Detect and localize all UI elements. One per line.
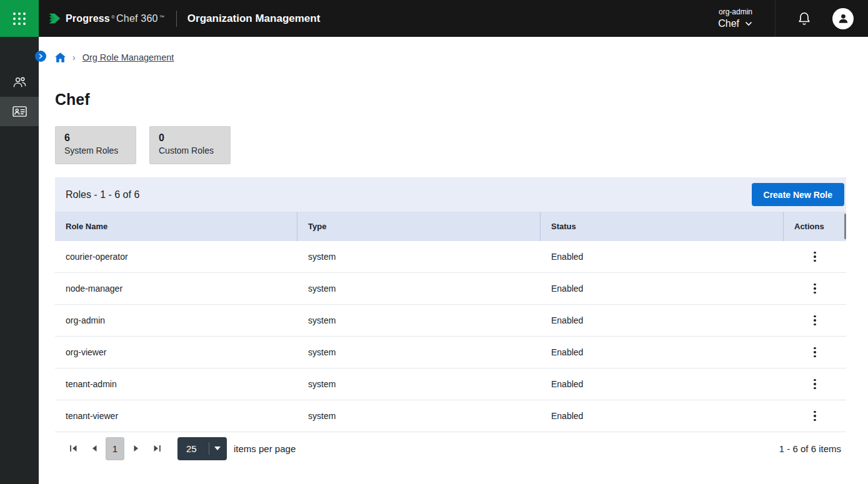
row-actions-menu-button[interactable] xyxy=(806,407,824,425)
system-roles-label: System Roles xyxy=(64,146,126,156)
column-header-role-name[interactable]: Role Name xyxy=(55,212,297,241)
previous-page-icon xyxy=(91,445,98,452)
org-name-label: Chef xyxy=(718,17,739,30)
custom-roles-label: Custom Roles xyxy=(159,146,221,156)
cell-role-name: tenant-viewer xyxy=(55,411,297,421)
progress-logo-icon xyxy=(48,12,61,25)
cell-actions xyxy=(784,407,846,425)
cell-type: system xyxy=(297,379,541,389)
row-actions-menu-button[interactable] xyxy=(806,312,824,329)
stat-cards: 6 System Roles 0 Custom Roles xyxy=(55,126,868,164)
custom-roles-count: 0 xyxy=(159,132,221,144)
main-content: › Org Role Management Chef 6 System Role… xyxy=(39,37,868,484)
page-size-value: 25 xyxy=(186,443,209,454)
next-page-button[interactable] xyxy=(126,437,146,460)
sidebar-item-org-roles[interactable] xyxy=(0,97,39,126)
last-page-icon xyxy=(152,445,161,452)
row-actions-menu-button[interactable] xyxy=(806,280,824,297)
registered-mark: ® xyxy=(111,14,115,20)
custom-roles-card: 0 Custom Roles xyxy=(149,126,231,164)
top-header: Progress ® Chef 360 ™ Organization Manag… xyxy=(0,0,868,37)
user-avatar-button[interactable] xyxy=(832,8,854,29)
first-page-icon xyxy=(69,445,78,452)
grid-scrollbar-thumb[interactable] xyxy=(844,214,846,239)
user-role-label: org-admin xyxy=(718,7,752,17)
trademark-mark: ™ xyxy=(159,14,164,20)
items-per-page-label: items per page xyxy=(234,443,296,454)
brand-text: Progress ® Chef 360 ™ xyxy=(66,13,166,24)
header-right: org-admin Chef xyxy=(718,0,868,37)
header-title: Organization Management xyxy=(187,12,321,25)
column-header-type[interactable]: Type xyxy=(297,212,541,241)
person-icon xyxy=(837,12,849,24)
page-title: Chef xyxy=(55,91,868,109)
cell-type: system xyxy=(297,347,541,357)
table-row: node-manager system Enabled xyxy=(55,273,846,305)
cell-actions xyxy=(784,343,846,361)
row-actions-menu-button[interactable] xyxy=(806,248,824,265)
brand-progress-label: Progress xyxy=(66,13,110,24)
left-sidebar xyxy=(0,37,39,484)
brand-product-label: Chef 360 xyxy=(116,13,158,24)
pagination-bar: 1 25 items per page xyxy=(55,432,846,465)
column-header-status[interactable]: Status xyxy=(541,212,784,241)
users-icon xyxy=(12,76,27,88)
notifications-button[interactable] xyxy=(776,0,832,37)
apps-grid-icon xyxy=(13,12,26,25)
breadcrumb-separator: › xyxy=(72,52,76,62)
row-actions-menu-button[interactable] xyxy=(806,375,824,393)
cell-status: Enabled xyxy=(541,252,784,262)
grid-body: courier-operator system Enabled node-man… xyxy=(55,241,846,432)
row-actions-menu-button[interactable] xyxy=(806,343,824,361)
org-switcher[interactable]: org-admin Chef xyxy=(718,7,752,30)
current-page-button[interactable]: 1 xyxy=(106,437,124,460)
bell-icon xyxy=(797,11,811,26)
cell-status: Enabled xyxy=(541,411,784,421)
chevron-down-icon xyxy=(745,21,752,26)
cell-type: system xyxy=(297,252,541,262)
cell-role-name: org-admin xyxy=(55,315,297,325)
sidebar-item-users[interactable] xyxy=(0,67,39,97)
breadcrumb-link-org-role-management[interactable]: Org Role Management xyxy=(82,52,174,62)
grid-toolbar: Roles - 1 - 6 of 6 Create New Role xyxy=(55,177,846,212)
home-icon xyxy=(55,52,66,62)
sidebar-expand-button[interactable] xyxy=(35,51,46,62)
cell-status: Enabled xyxy=(541,284,784,294)
create-new-role-button[interactable]: Create New Role xyxy=(752,183,844,206)
chevron-down-icon xyxy=(209,442,221,455)
app-launcher-button[interactable] xyxy=(0,0,39,37)
breadcrumb-home-button[interactable] xyxy=(55,52,66,62)
next-page-icon xyxy=(132,445,140,452)
cell-status: Enabled xyxy=(541,315,784,325)
cell-role-name: tenant-admin xyxy=(55,379,297,389)
cell-role-name: org-viewer xyxy=(55,347,297,357)
grid-header-row: Role Name Type Status Actions xyxy=(55,212,846,241)
system-roles-card: 6 System Roles xyxy=(55,126,136,164)
breadcrumb: › Org Role Management xyxy=(39,37,868,62)
cell-type: system xyxy=(297,411,541,421)
previous-page-button[interactable] xyxy=(84,437,104,460)
cell-type: system xyxy=(297,315,541,325)
cell-actions xyxy=(784,248,846,265)
cell-actions xyxy=(784,280,846,297)
last-page-button[interactable] xyxy=(146,437,167,460)
cell-actions xyxy=(784,312,846,329)
table-row: org-admin system Enabled xyxy=(55,305,846,337)
page-size-select[interactable]: 25 xyxy=(177,437,227,460)
header-divider xyxy=(176,11,177,27)
table-row: tenant-admin system Enabled xyxy=(55,368,846,400)
id-badge-icon xyxy=(12,106,27,117)
table-row: tenant-viewer system Enabled xyxy=(55,400,846,432)
cell-status: Enabled xyxy=(541,347,784,357)
page-range-label: 1 - 6 of 6 items xyxy=(779,443,844,454)
first-page-button[interactable] xyxy=(63,437,84,460)
table-row: org-viewer system Enabled xyxy=(55,337,846,368)
column-header-actions[interactable]: Actions xyxy=(784,212,846,241)
cell-status: Enabled xyxy=(541,379,784,389)
cell-role-name: node-manager xyxy=(55,284,297,294)
brand-logo: Progress ® Chef 360 ™ xyxy=(48,12,166,25)
system-roles-count: 6 xyxy=(64,132,126,144)
cell-actions xyxy=(784,375,846,393)
cell-role-name: courier-operator xyxy=(55,252,297,262)
grid-title: Roles - 1 - 6 of 6 xyxy=(66,189,139,200)
